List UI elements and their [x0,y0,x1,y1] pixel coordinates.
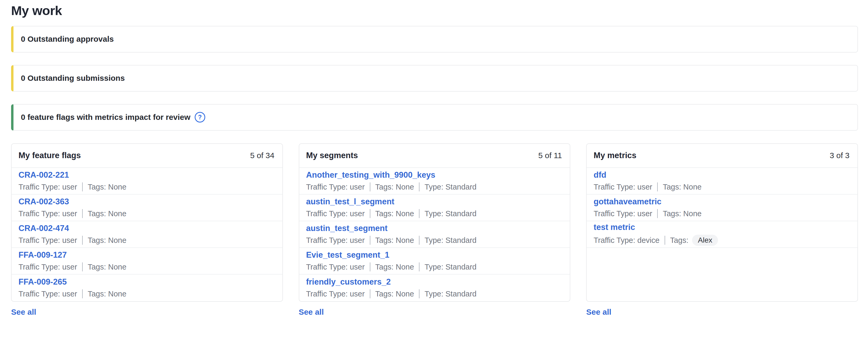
card-title: My segments [306,151,358,160]
item-meta: Traffic Type: userTags: NoneType: Standa… [306,209,563,218]
meta-text: Traffic Type: device [593,236,659,244]
item-link[interactable]: CRA-002-363 [19,197,69,207]
meta-text: Tags: None [375,210,414,218]
meta-text: Tags: None [375,183,414,191]
meta-separator [82,262,83,272]
list-item: Another_testing_with_9900_keys Traffic T… [299,168,570,195]
meta-text: Type: Standard [425,290,476,298]
meta-text: Traffic Type: user [19,263,77,271]
item-meta: Traffic Type: userTags: None [19,209,276,218]
item-link[interactable]: FFA-009-127 [19,250,67,260]
meta-separator [370,209,370,218]
item-link[interactable]: CRA-002-221 [19,170,69,180]
item-meta: Traffic Type: userTags: NoneType: Standa… [306,236,563,245]
meta-text: Tags: None [375,236,414,244]
meta-text: Traffic Type: user [19,210,77,218]
item-meta: Traffic Type: userTags: None [19,183,276,191]
my-work-page: My work 0 Outstanding approvals 0 Outsta… [0,0,868,317]
item-link[interactable]: dfd [593,170,606,180]
meta-text: Tags: None [663,183,702,191]
item-meta: Traffic Type: userTags: NoneType: Standa… [306,262,563,272]
meta-text: Tags: [670,236,688,244]
list-item: FFA-009-127 Traffic Type: userTags: None [11,248,282,275]
meta-text: Tags: None [88,236,127,244]
card-header: My metrics 3 of 3 [587,144,858,168]
list-item: Evie_test_segment_1 Traffic Type: userTa… [299,248,570,275]
banner-label: 0 feature flags with metrics impact for … [21,113,190,122]
item-meta: Traffic Type: userTags: None [19,262,276,272]
card-header: My segments 5 of 11 [299,144,570,168]
meta-separator [82,236,83,245]
meta-text: Traffic Type: user [19,290,77,298]
list-item: CRA-002-474 Traffic Type: userTags: None [11,221,282,248]
item-link[interactable]: CRA-002-474 [19,224,69,233]
meta-text: Tags: None [88,263,127,271]
list-item: friendly_customers_2 Traffic Type: userT… [299,275,570,301]
list-item: test metric Traffic Type: deviceTags:Ale… [587,221,858,248]
item-meta: Traffic Type: userTags: None [19,289,276,298]
card-count: 3 of 3 [830,151,849,160]
tag-chip: Alex [692,235,718,246]
list-item: dfd Traffic Type: userTags: None [587,168,858,195]
help-icon[interactable]: ? [195,112,205,123]
meta-separator [370,183,370,191]
list-item: FFA-009-265 Traffic Type: userTags: None [11,275,282,301]
meta-separator [419,209,420,218]
card-feature-flags: My feature flags 5 of 34 CRA-002-221 Tra… [11,144,283,302]
summary-cards: My feature flags 5 of 34 CRA-002-221 Tra… [11,144,858,317]
meta-text: Traffic Type: user [306,236,365,244]
item-meta: Traffic Type: deviceTags:Alex [593,235,850,246]
card-rows: CRA-002-221 Traffic Type: userTags: None… [11,168,282,301]
card-title: My feature flags [19,151,81,160]
list-item: CRA-002-221 Traffic Type: userTags: None [11,168,282,195]
list-item: gottahaveametric Traffic Type: userTags:… [587,195,858,221]
meta-text: Type: Standard [425,210,476,218]
item-meta: Traffic Type: userTags: None [19,236,276,245]
item-link[interactable]: friendly_customers_2 [306,277,391,287]
card-count: 5 of 11 [538,151,562,160]
see-all-metrics[interactable]: See all [586,308,611,317]
item-meta: Traffic Type: userTags: None [593,183,850,191]
meta-text: Tags: None [88,290,127,298]
card-header: My feature flags 5 of 34 [11,144,282,168]
item-link[interactable]: test metric [593,223,635,232]
item-link[interactable]: FFA-009-265 [19,277,67,287]
item-link[interactable]: austin_test_segment [306,224,388,233]
banner-flags-metrics-impact: 0 feature flags with metrics impact for … [11,104,858,131]
meta-separator [370,236,370,245]
meta-separator [419,289,420,298]
meta-text: Tags: None [88,210,127,218]
item-link[interactable]: austin_test_l_segment [306,197,394,207]
notification-banners: 0 Outstanding approvals 0 Outstanding su… [11,26,858,131]
meta-text: Type: Standard [425,263,476,271]
item-meta: Traffic Type: userTags: NoneType: Standa… [306,289,563,298]
meta-text: Type: Standard [425,183,476,191]
list-item: austin_test_segment Traffic Type: userTa… [299,221,570,248]
meta-separator [82,289,83,298]
item-link[interactable]: Another_testing_with_9900_keys [306,170,435,180]
meta-separator [664,236,665,245]
meta-separator [82,183,83,191]
card-metrics: My metrics 3 of 3 dfd Traffic Type: user… [586,144,858,302]
banner-label: 0 Outstanding approvals [21,35,114,43]
meta-separator [370,289,370,298]
meta-text: Tags: None [663,210,702,218]
meta-text: Traffic Type: user [306,263,365,271]
meta-text: Traffic Type: user [306,290,365,298]
item-link[interactable]: Evie_test_segment_1 [306,250,390,260]
item-link[interactable]: gottahaveametric [593,197,661,207]
meta-separator [419,236,420,245]
meta-text: Type: Standard [425,236,476,244]
item-meta: Traffic Type: userTags: None [593,209,850,218]
card-rows: Another_testing_with_9900_keys Traffic T… [299,168,570,301]
card-title: My metrics [593,151,636,160]
meta-separator [657,183,658,191]
meta-separator [419,262,420,272]
banner-outstanding-submissions: 0 Outstanding submissions [11,65,858,92]
list-item: austin_test_l_segment Traffic Type: user… [299,195,570,221]
meta-text: Traffic Type: user [19,236,77,244]
meta-separator [82,209,83,218]
meta-text: Traffic Type: user [593,183,652,191]
see-all-feature-flags[interactable]: See all [11,308,36,317]
see-all-segments[interactable]: See all [299,308,324,317]
